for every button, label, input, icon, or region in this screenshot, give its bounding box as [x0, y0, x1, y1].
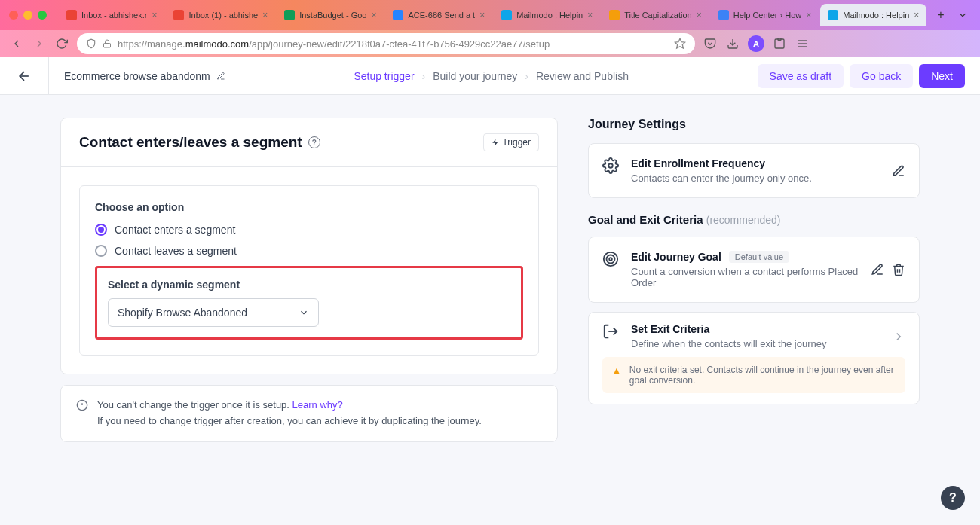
edit-icon[interactable]: [871, 263, 884, 276]
close-window-icon[interactable]: [9, 11, 18, 20]
edit-name-icon[interactable]: [216, 72, 225, 81]
minimize-window-icon[interactable]: [23, 11, 32, 20]
crumb-build-journey[interactable]: Build your journey: [433, 70, 517, 82]
segment-dropdown[interactable]: Shopify Browse Abandoned: [108, 298, 319, 327]
radio-label: Contact enters a segment: [115, 224, 235, 236]
tab-overflow-button[interactable]: [955, 6, 971, 24]
trigger-info-bar: You can't change the trigger once it is …: [60, 385, 558, 442]
save-draft-button[interactable]: Save as draft: [758, 64, 844, 88]
exit-criteria-card[interactable]: Set Exit Criteria Define when the contac…: [588, 312, 920, 404]
info-icon: [76, 399, 88, 411]
close-tab-icon[interactable]: ×: [806, 10, 811, 20]
svg-marker-9: [493, 139, 499, 145]
browser-tab[interactable]: Mailmodo : Helpin×: [494, 4, 600, 26]
browser-tab[interactable]: Mailmodo : Helpin×: [820, 4, 926, 26]
svg-marker-1: [675, 38, 684, 48]
chevron-right-icon: ›: [525, 70, 528, 82]
close-tab-icon[interactable]: ×: [262, 10, 268, 20]
trigger-badge: Trigger: [483, 133, 539, 151]
bookmark-icon[interactable]: [674, 38, 686, 50]
options-box: Choose an option Contact enters a segmen…: [79, 185, 539, 356]
tab-label: InstaBudget - Goo: [299, 11, 366, 20]
go-back-button[interactable]: Go back: [850, 64, 913, 88]
tab-label: Mailmodo : Helpin: [843, 11, 909, 20]
info-text: You can't change the trigger once it is …: [97, 398, 482, 429]
browser-tab[interactable]: Help Center › How×: [711, 4, 819, 26]
exit-warning: ▲ No exit criteria set. Contacts will co…: [602, 357, 905, 393]
menu-icon[interactable]: [795, 36, 810, 51]
favicon: [501, 10, 512, 20]
learn-why-link[interactable]: Learn why?: [292, 399, 343, 411]
select-segment-label: Select a dynamic segment: [108, 279, 510, 291]
journey-settings-heading: Journey Settings: [588, 118, 920, 131]
lock-icon: [103, 39, 112, 48]
reload-button[interactable]: [54, 36, 69, 51]
exit-icon: [602, 323, 620, 341]
url-text: https://manage.mailmodo.com/app/journey-…: [118, 38, 550, 50]
browser-tab[interactable]: InstaBudget - Goo×: [277, 4, 384, 26]
close-tab-icon[interactable]: ×: [152, 10, 157, 20]
tabs-container: Inbox - abhishek.r×Inbox (1) - abhishe×I…: [59, 0, 926, 30]
close-tab-icon[interactable]: ×: [697, 10, 702, 20]
radio-contact-leaves[interactable]: Contact leaves a segment: [95, 245, 523, 257]
enrollment-sub: Contacts can enter the journey only once…: [631, 172, 881, 184]
delete-icon[interactable]: [892, 263, 905, 276]
dropdown-value: Shopify Browse Abandoned: [118, 307, 247, 319]
radio-label: Contact leaves a segment: [115, 245, 237, 257]
chevron-right-icon: ›: [422, 70, 426, 82]
browser-tab[interactable]: ACE-686 Send a t×: [385, 4, 492, 26]
tab-label: Title Capitalization: [624, 11, 691, 20]
url-bar[interactable]: https://manage.mailmodo.com/app/journey-…: [77, 33, 695, 54]
crumb-review-publish[interactable]: Review and Publish: [536, 70, 629, 82]
chevron-right-icon[interactable]: [892, 330, 905, 343]
help-fab[interactable]: ?: [941, 486, 965, 510]
close-tab-icon[interactable]: ×: [371, 10, 376, 20]
profile-avatar[interactable]: A: [748, 35, 764, 52]
browser-tab[interactable]: Inbox - abhishek.r×: [59, 4, 164, 26]
journey-goal-card: Edit Journey Goal Default value Count a …: [588, 237, 920, 303]
tab-label: Help Center › How: [733, 11, 801, 20]
right-column: Journey Settings Edit Enrollment Frequen…: [588, 118, 920, 442]
goal-title: Edit Journey Goal Default value: [631, 251, 860, 263]
maximize-window-icon[interactable]: [38, 11, 47, 20]
exit-warning-text: No exit criteria set. Contacts will cont…: [629, 365, 896, 386]
exit-body: Set Exit Criteria Define when the contac…: [631, 323, 881, 349]
bolt-icon: [492, 139, 499, 146]
close-tab-icon[interactable]: ×: [914, 10, 919, 20]
default-value-badge: Default value: [729, 251, 789, 263]
help-icon[interactable]: ?: [308, 136, 320, 148]
radio-off-icon: [95, 245, 107, 257]
target-icon: [602, 251, 620, 269]
exit-actions: [892, 323, 905, 349]
edit-icon[interactable]: [892, 164, 905, 178]
main-content: Contact enters/leaves a segment ? Trigge…: [0, 95, 980, 465]
card-title-text: Contact enters/leaves a segment: [79, 134, 302, 151]
divider: [48, 57, 49, 95]
back-button[interactable]: [15, 67, 33, 85]
tab-label: Inbox - abhishek.r: [81, 11, 147, 20]
browser-tab[interactable]: Inbox (1) - abhishe×: [166, 4, 275, 26]
trigger-card-title: Contact enters/leaves a segment ?: [79, 134, 320, 151]
window-controls: [9, 11, 47, 20]
tab-label: ACE-686 Send a t: [408, 11, 475, 20]
app-header: Ecommerce browse abandonm Setup trigger …: [0, 57, 980, 95]
trigger-card-header: Contact enters/leaves a segment ? Trigge…: [61, 118, 557, 167]
new-tab-button[interactable]: +: [933, 6, 948, 24]
nav-forward-button[interactable]: [32, 36, 47, 51]
next-button[interactable]: Next: [919, 64, 965, 88]
shield-icon: [86, 38, 96, 49]
browser-tab[interactable]: Title Capitalization×: [602, 4, 709, 26]
trigger-badge-text: Trigger: [502, 137, 531, 148]
close-tab-icon[interactable]: ×: [479, 10, 485, 20]
radio-contact-enters[interactable]: Contact enters a segment: [95, 224, 523, 236]
chevron-down-icon: [299, 307, 309, 318]
nav-back-button[interactable]: [9, 36, 24, 51]
close-tab-icon[interactable]: ×: [587, 10, 593, 20]
tab-label: Inbox (1) - abhishe: [188, 11, 258, 20]
pocket-icon[interactable]: [703, 36, 718, 51]
extensions-icon[interactable]: [772, 36, 787, 51]
favicon: [173, 10, 184, 20]
download-icon[interactable]: [725, 36, 740, 51]
crumb-setup-trigger[interactable]: Setup trigger: [354, 70, 414, 82]
svg-rect-0: [104, 44, 111, 48]
